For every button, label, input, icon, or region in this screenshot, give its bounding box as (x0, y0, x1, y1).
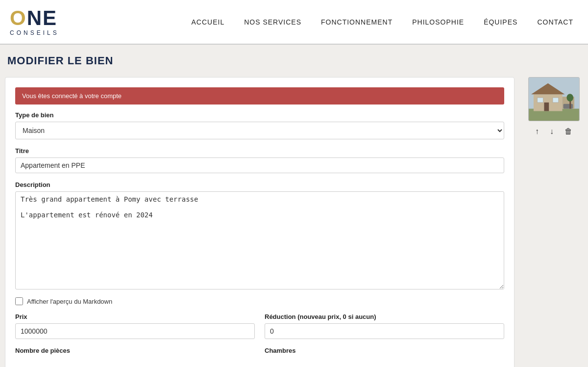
logo: ONE CONSEILS (10, 8, 88, 36)
prix-reduction-row: Prix Réduction (nouveau prix, 0 si aucun… (15, 313, 504, 347)
markdown-row: Afficher l'aperçu du Markdown (15, 297, 504, 305)
svg-rect-6 (544, 103, 549, 111)
reduction-group: Réduction (nouveau prix, 0 si aucun) (265, 313, 504, 339)
nav-equipes[interactable]: ÉQUIPES (484, 18, 517, 26)
logo-brand: NE (27, 6, 57, 29)
content-area: Vous êtes connecté à votre compte Type d… (5, 77, 583, 367)
page-title: MODIFIER LE BIEN (5, 54, 583, 67)
titre-input[interactable] (15, 157, 504, 173)
image-up-button[interactable]: ↑ (533, 126, 541, 137)
prix-group: Prix (15, 313, 255, 339)
header: ONE CONSEILS ACCUEIL NOS SERVICES FONCTI… (0, 0, 588, 44)
type-bien-label: Type de bien (15, 111, 504, 119)
form-panel: Vous êtes connecté à votre compte Type d… (5, 77, 514, 367)
description-group: Description Très grand appartement à Pom… (15, 181, 504, 289)
image-down-button[interactable]: ↓ (547, 126, 556, 137)
reduction-input[interactable] (265, 323, 504, 339)
svg-rect-5 (553, 98, 559, 103)
svg-rect-4 (537, 98, 543, 103)
svg-rect-8 (563, 104, 573, 109)
titre-group: Titre (15, 147, 504, 173)
prix-label: Prix (15, 313, 255, 320)
markdown-label: Afficher l'aperçu du Markdown (27, 298, 112, 305)
logo-text: ONE (10, 8, 57, 28)
nav-contact[interactable]: CONTACT (537, 18, 573, 26)
chambres-label: Chambres (265, 347, 504, 354)
description-label: Description (15, 181, 504, 188)
titre-label: Titre (15, 147, 504, 155)
property-image (528, 77, 580, 121)
nb-pieces-label: Nombre de pièces (15, 347, 255, 354)
markdown-checkbox[interactable] (15, 297, 23, 305)
pieces-chambres-row: Nombre de pièces Chambres (15, 347, 504, 365)
chambres-group: Chambres (265, 347, 504, 357)
logo-o: O (10, 6, 27, 29)
nav-fonctionnement[interactable]: FONCTIONNEMENT (321, 18, 392, 26)
description-textarea[interactable]: Très grand appartement à Pomy avec terra… (15, 191, 504, 289)
logo-sub: CONSEILS (10, 29, 59, 36)
reduction-label: Réduction (nouveau prix, 0 si aucun) (265, 313, 504, 320)
nav-philosophie[interactable]: PHILOSOPHIE (412, 18, 464, 26)
image-controls: ↑ ↓ 🗑 (533, 126, 575, 137)
main-content: MODIFIER LE BIEN Vous êtes connecté à vo… (0, 45, 588, 367)
nav-accueil[interactable]: ACCUEIL (192, 18, 225, 26)
alert-bar: Vous êtes connecté à votre compte (15, 87, 504, 105)
main-nav: ACCUEIL NOS SERVICES FONCTIONNEMENT PHIL… (88, 18, 578, 26)
type-bien-select[interactable]: Maison Appartement Villa Bureau Terrain (15, 122, 504, 139)
prix-input[interactable] (15, 323, 255, 339)
type-bien-group: Type de bien Maison Appartement Villa Bu… (15, 111, 504, 139)
nb-pieces-group: Nombre de pièces (15, 347, 255, 357)
image-delete-button[interactable]: 🗑 (562, 126, 575, 137)
house-svg (529, 78, 579, 121)
image-panel: ↑ ↓ 🗑 (524, 77, 583, 137)
svg-point-10 (566, 94, 573, 102)
nav-nos-services[interactable]: NOS SERVICES (244, 18, 301, 26)
